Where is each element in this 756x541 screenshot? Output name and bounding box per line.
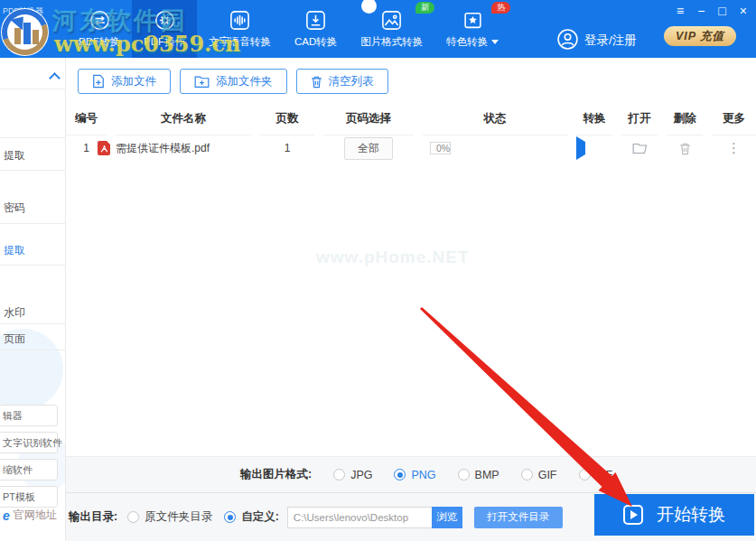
radio-circle [521, 469, 533, 480]
nav-label: 图片格式转换 [360, 35, 423, 49]
row-status-cell: 0% [423, 140, 567, 157]
radio-circle [458, 469, 470, 480]
open-folder-button[interactable] [621, 142, 658, 155]
main-content: 添加文件 添加文件夹 清空列表 编号 文件名称 页数 页码选择 状态 转换 打开… [66, 58, 756, 541]
nav-label: PDF转换 [79, 35, 120, 49]
clear-list-button[interactable]: 清空列表 [296, 69, 388, 94]
radio-circle-selected [394, 469, 406, 480]
browse-button[interactable]: 浏览 [432, 507, 462, 528]
radio-label: JPG [350, 469, 372, 481]
radio-gif[interactable]: GIF [521, 469, 557, 481]
col-index: 编号 [66, 107, 107, 135]
nav-label: 特色转换 [446, 35, 499, 49]
special-convert-icon [462, 10, 483, 31]
output-path-input[interactable] [287, 507, 432, 528]
path-input-group: 浏览 [287, 507, 462, 528]
radio-png[interactable]: PNG [394, 469, 435, 481]
radio-bmp[interactable]: BMP [458, 469, 499, 481]
divider [0, 350, 66, 350]
clear-list-label: 清空列表 [329, 74, 374, 89]
minimize-icon[interactable]: − [697, 4, 705, 18]
row-pages: 1 [260, 142, 314, 154]
new-badge: 新 [415, 2, 434, 14]
delete-row-button[interactable] [667, 142, 703, 155]
app-window: PDF转换器 PDF转换 PDF操作 文字语音转换 [0, 0, 756, 541]
nav-label: 文字语音转换 [209, 35, 271, 49]
radio-label: 自定义: [241, 509, 279, 525]
close-icon[interactable]: × [740, 4, 747, 18]
nav-cad-convert[interactable]: CAD转换 [283, 0, 349, 58]
row-page-select-cell: 全部 [323, 137, 414, 160]
progress-bar: 0% [430, 142, 451, 154]
login-button[interactable]: 登录/注册 [556, 28, 637, 53]
sidebar-item-extract-active[interactable]: 提取 [4, 243, 25, 258]
collapse-chevron-up-icon[interactable] [49, 72, 61, 84]
col-page-select: 页码选择 [323, 107, 414, 135]
radio-tif[interactable]: TIF [579, 469, 613, 481]
radio-label: PNG [411, 469, 435, 481]
radio-circle [127, 511, 139, 523]
maximize-icon[interactable]: □ [718, 4, 725, 18]
add-folder-label: 添加文件夹 [216, 74, 273, 89]
radio-label: TIF [596, 469, 613, 481]
divider [0, 89, 66, 89]
row-filename-cell: 需提供证件模板.pdf [98, 141, 251, 156]
add-folder-button[interactable]: 添加文件夹 [180, 69, 287, 94]
divider [0, 170, 66, 171]
radio-label: 原文件夹目录 [145, 509, 212, 525]
row-convert-cell [576, 142, 612, 154]
start-convert-button[interactable]: 开始转换 [594, 494, 754, 536]
radio-label: GIF [538, 469, 557, 481]
radio-source-folder[interactable]: 原文件夹目录 [127, 509, 212, 525]
divider [0, 137, 66, 138]
folder-open-icon [632, 142, 648, 155]
page-select-button[interactable]: 全部 [344, 137, 393, 160]
nav-pdf-convert[interactable]: PDF转换 [67, 0, 132, 58]
sidebar-item-extract[interactable]: 提取 [4, 148, 25, 163]
folder-plus-icon [194, 75, 210, 89]
divider [0, 323, 66, 324]
sidebar: 提取 密码 提取 水印 页面 辑器 文字识别软件 缩软件 PT模板 e 官网地址 [0, 58, 66, 541]
text-voice-icon [229, 10, 250, 31]
divider [0, 223, 66, 224]
pdf-file-icon [98, 141, 110, 155]
promo-compress-software[interactable]: 缩软件 [0, 459, 58, 480]
login-label: 登录/注册 [584, 33, 637, 49]
format-label: 输出图片格式: [240, 467, 312, 482]
promo-editor[interactable]: 辑器 [0, 405, 58, 426]
col-pages: 页数 [260, 107, 314, 135]
official-site-link[interactable]: e 官网地址 [3, 508, 57, 523]
nav-pdf-operate[interactable]: PDF操作 [132, 0, 197, 58]
sidebar-item-page[interactable]: 页面 [4, 331, 25, 347]
col-status: 状态 [423, 107, 567, 135]
open-directory-button[interactable]: 打开文件目录 [474, 507, 563, 528]
vip-recharge-button[interactable]: VIP 充值 [664, 26, 736, 46]
browser-e-icon: e [3, 508, 10, 523]
site-link-label: 官网地址 [14, 508, 57, 523]
sidebar-item-watermark[interactable]: 水印 [4, 305, 25, 321]
add-file-button[interactable]: 添加文件 [78, 69, 171, 94]
nav-text-voice[interactable]: 文字语音转换 [197, 0, 283, 58]
cad-convert-icon [305, 10, 326, 31]
radio-circle-selected [224, 511, 236, 523]
start-convert-label: 开始转换 [657, 503, 725, 527]
promo-ocr-software[interactable]: 文字识别软件 [0, 432, 58, 453]
menu-icon[interactable]: ≡ [677, 4, 684, 18]
radio-custom-dir[interactable]: 自定义: [224, 509, 279, 525]
pdf-convert-icon [89, 10, 110, 31]
col-open: 打开 [621, 107, 658, 135]
main-nav: PDF转换 PDF操作 文字语音转换 CAD转换 [67, 0, 510, 58]
convert-play-button[interactable] [576, 136, 585, 160]
trash-icon [311, 75, 322, 89]
nav-special-convert[interactable]: 热 特色转换 [434, 0, 510, 58]
more-options-button[interactable]: ⋮ [712, 140, 756, 156]
pdf-operate-icon [154, 10, 175, 31]
nav-label-text: 特色转换 [446, 35, 488, 49]
radio-circle [333, 469, 345, 480]
promo-ppt-template[interactable]: PT模板 [0, 486, 58, 508]
radio-jpg[interactable]: JPG [333, 469, 372, 481]
sidebar-item-password[interactable]: 密码 [4, 201, 25, 216]
watermark-content: www.pHome.NET [316, 247, 470, 267]
trash-icon [679, 142, 691, 155]
col-filename: 文件名称 [116, 107, 251, 135]
